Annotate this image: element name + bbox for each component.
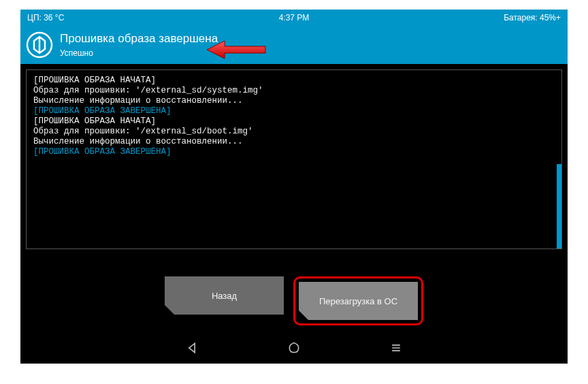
android-navbar [20, 332, 568, 364]
reboot-button-label: Перезагрузка в ОС [319, 296, 397, 306]
title-text: Прошивка образа завершена Успешно [60, 32, 218, 58]
button-row: Назад Перезагрузка в ОС [20, 276, 568, 325]
page-title: Прошивка образа завершена [60, 32, 218, 46]
scrollbar[interactable] [557, 164, 561, 249]
battery-status: Батарея: 45%+ [504, 13, 561, 22]
nav-menu-icon[interactable] [389, 341, 403, 355]
device-screen: ЦП: 36 °C 4:37 PM Батарея: 45%+ Прошивка… [20, 10, 568, 364]
twrp-logo-icon [26, 31, 53, 59]
log-line: Образ для прошивки: '/external_sd/system… [33, 86, 555, 96]
log-line: [ПРОШИВКА ОБРАЗА НАЧАТА] [33, 76, 555, 86]
titlebar: Прошивка образа завершена Успешно [20, 26, 568, 64]
reboot-button[interactable]: Перезагрузка в ОС [299, 282, 418, 320]
log-line: Вычисление информации о восстановлении..… [33, 137, 555, 147]
log-line: [ПРОШИВКА ОБРАЗА ЗАВЕРШЕНА] [33, 106, 555, 116]
page-subtitle: Успешно [60, 48, 218, 58]
log-output[interactable]: [ПРОШИВКА ОБРАЗА НАЧАТА]Образ для прошив… [26, 69, 562, 249]
log-line: Вычисление информации о восстановлении..… [33, 96, 555, 106]
log-line: [ПРОШИВКА ОБРАЗА ЗАВЕРШЕНА] [33, 147, 555, 157]
cpu-temp: ЦП: 36 °C [27, 13, 64, 22]
reboot-highlight: Перезагрузка в ОС [293, 276, 423, 325]
back-button-label: Назад [212, 291, 237, 301]
log-line: [ПРОШИВКА ОБРАЗА НАЧАТА] [33, 116, 555, 127]
log-line: Образ для прошивки: '/external_sd/boot.i… [33, 127, 555, 137]
nav-home-icon[interactable] [287, 341, 301, 355]
back-button[interactable]: Назад [165, 276, 284, 315]
statusbar: ЦП: 36 °C 4:37 PM Батарея: 45%+ [20, 10, 568, 26]
arrow-annotation-icon [206, 39, 267, 63]
nav-back-icon[interactable] [185, 341, 199, 355]
clock: 4:37 PM [279, 13, 310, 22]
